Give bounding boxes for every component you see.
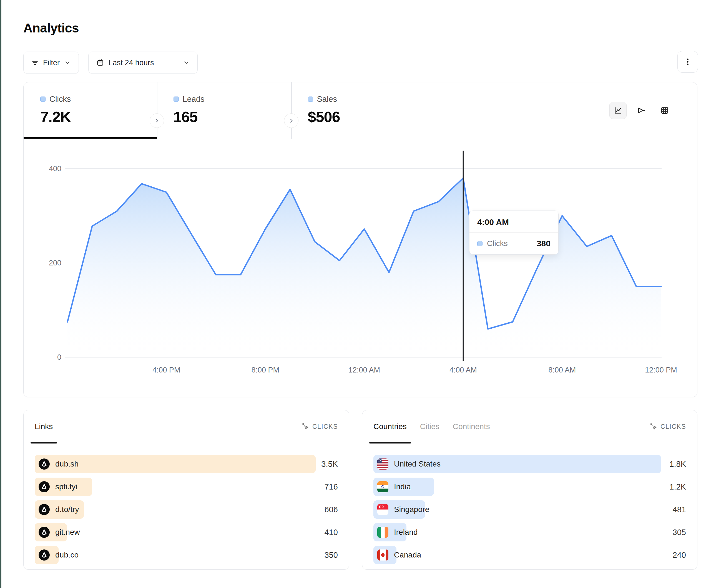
country-row-singapore[interactable]: Singapore 481: [373, 500, 686, 519]
clicks-chart[interactable]: 02004004:00 PM8:00 PM12:00 AM4:00 AM8:00…: [24, 139, 698, 397]
link-row-spti-fyi[interactable]: spti.fyi 716: [35, 478, 338, 496]
countries-tab-label: Countries: [373, 422, 407, 431]
dub-logo-icon: [39, 549, 50, 561]
active-tab-underline: [24, 137, 157, 139]
chevron-right-icon: [154, 118, 159, 123]
tab-cities[interactable]: Cities: [420, 410, 439, 443]
link-row-dub-sh[interactable]: dub.sh 3.5K: [35, 455, 338, 473]
link-row-dub-co[interactable]: dub.co 350: [35, 546, 338, 564]
tooltip-legend-square: [477, 241, 482, 246]
dub-logo-icon: [39, 504, 50, 515]
sales-legend-square: [308, 96, 313, 102]
line-chart-view-button[interactable]: [609, 102, 627, 119]
x-tick-label: 12:00 AM: [348, 366, 380, 374]
tooltip-value: 380: [537, 239, 551, 248]
countries-rows: United States 1.8K India 1.2K: [362, 443, 697, 564]
clicks-legend-square: [40, 96, 45, 102]
y-tick-label: 400: [49, 164, 61, 173]
link-value: 410: [325, 523, 338, 541]
x-tick-label: 4:00 AM: [450, 366, 477, 374]
tooltip-time: 4:00 AM: [470, 211, 558, 233]
filter-button-label: Filter: [43, 59, 60, 67]
country-row-ireland[interactable]: Ireland 305: [373, 523, 686, 541]
country-value: 240: [673, 546, 686, 564]
country-row-united-states[interactable]: United States 1.8K: [373, 455, 686, 473]
chevron-down-icon: [183, 59, 190, 66]
link-value: 3.5K: [321, 455, 338, 473]
link-label: git.new: [55, 528, 80, 537]
countries-metric-label: CLICKS: [661, 423, 686, 430]
dub-logo-icon: [39, 527, 50, 538]
tab-sales[interactable]: Sales $506: [292, 82, 408, 139]
country-label: United States: [394, 459, 440, 469]
country-value: 1.8K: [669, 455, 686, 473]
countries-metric-toggle[interactable]: CLICKS: [650, 423, 686, 430]
link-value: 716: [325, 478, 338, 496]
expand-clicks-leads-button[interactable]: [150, 113, 164, 128]
page-title: Analytics: [23, 21, 79, 36]
country-row-india[interactable]: India 1.2K: [373, 478, 686, 496]
country-label: Ireland: [394, 528, 418, 537]
chart-area: 02004004:00 PM8:00 PM12:00 AM4:00 AM8:00…: [24, 139, 697, 397]
leads-legend-square: [173, 96, 179, 102]
sales-tab-label: Sales: [317, 95, 337, 104]
links-metric-toggle[interactable]: CLICKS: [302, 423, 338, 430]
filter-icon: [31, 59, 39, 66]
ireland-flag-icon: [377, 527, 388, 538]
countries-panel: Countries Cities Continents CLICKS Unite…: [362, 410, 697, 570]
tab-continents[interactable]: Continents: [453, 410, 490, 443]
dub-logo-icon: [39, 481, 50, 492]
y-tick-label: 200: [49, 259, 61, 267]
tab-divider: [291, 82, 292, 139]
country-row-canada[interactable]: Canada 240: [373, 546, 686, 564]
link-row-git-new[interactable]: git.new 410: [35, 523, 338, 541]
link-value: 350: [325, 546, 338, 564]
country-value: 481: [673, 500, 686, 519]
india-flag-icon: [377, 481, 388, 492]
country-value: 1.2K: [669, 478, 686, 496]
area-fill: [67, 178, 661, 357]
filter-button[interactable]: Filter: [23, 51, 79, 74]
canada-flag-icon: [377, 549, 388, 561]
links-metric-label: CLICKS: [312, 423, 338, 430]
country-value: 305: [673, 523, 686, 541]
x-tick-label: 8:00 PM: [251, 366, 279, 374]
sales-tab-value: $506: [308, 108, 408, 126]
link-row-d-to-try[interactable]: d.to/try 606: [35, 500, 338, 519]
tab-links[interactable]: Links: [35, 410, 53, 443]
links-tab-label: Links: [35, 422, 53, 431]
link-value: 606: [325, 500, 338, 519]
continents-tab-label: Continents: [453, 422, 490, 431]
y-tick-label: 0: [57, 353, 61, 361]
kebab-menu-icon: [683, 56, 693, 67]
tab-leads[interactable]: Leads 165: [157, 82, 291, 139]
links-panel-header: Links CLICKS: [24, 410, 349, 443]
tab-divider: [157, 82, 157, 139]
links-rows: dub.sh 3.5K spti.fyi 716 d.to/try 606: [24, 443, 349, 564]
table-view-button[interactable]: [656, 102, 673, 119]
funnel-view-button[interactable]: [633, 102, 650, 119]
country-label: Singapore: [394, 505, 430, 514]
link-label: spti.fyi: [55, 482, 77, 491]
link-label: dub.sh: [55, 459, 79, 469]
singapore-flag-icon: [377, 504, 388, 515]
leads-tab-value: 165: [173, 108, 291, 126]
tab-clicks[interactable]: Clicks 7.2K: [24, 82, 157, 139]
links-panel: Links CLICKS dub.sh 3.5K spti.fyi 716: [23, 410, 349, 570]
x-tick-label: 4:00 PM: [152, 366, 180, 374]
x-tick-label: 12:00 PM: [645, 366, 677, 374]
expand-leads-sales-button[interactable]: [284, 113, 298, 128]
date-range-button[interactable]: Last 24 hours: [88, 51, 198, 74]
cities-tab-label: Cities: [420, 422, 439, 431]
link-label: d.to/try: [55, 505, 79, 514]
more-options-button[interactable]: [677, 51, 698, 73]
country-label: Canada: [394, 550, 421, 560]
stats-tabs: Clicks 7.2K Leads 165 Sales $506: [24, 82, 697, 139]
dub-logo-icon: [39, 458, 50, 470]
chart-tooltip: 4:00 AM Clicks 380: [469, 210, 559, 255]
countries-panel-header: Countries Cities Continents CLICKS: [362, 410, 697, 443]
x-tick-label: 8:00 AM: [548, 366, 576, 374]
chevron-down-icon: [64, 59, 71, 66]
cursor-click-icon: [302, 423, 309, 430]
tab-countries[interactable]: Countries: [373, 410, 407, 443]
